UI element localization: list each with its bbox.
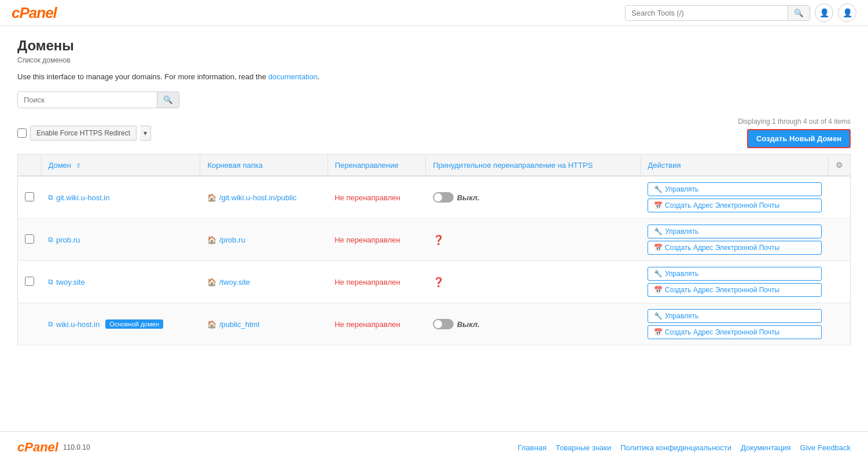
footer-link[interactable]: Товарные знаки	[556, 443, 611, 452]
email-icon: 📅	[654, 244, 663, 252]
footer: cPanel 110.0.10 ГлавнаяТоварные знакиПол…	[0, 431, 868, 463]
create-email-button-4[interactable]: 📅Создать Адрес Электронной Почты	[648, 325, 822, 339]
col-domain-label: Домен	[49, 161, 72, 170]
footer-link[interactable]: Главная	[518, 443, 546, 452]
info-text: Use this interface to manage your domain…	[17, 72, 851, 81]
redirect-status-3: Не перенаправлен	[334, 278, 400, 286]
create-email-button-1[interactable]: 📅Создать Адрес Электронной Почты	[648, 199, 822, 212]
domain-link-1[interactable]: ⧉git.wiki.u-host.in	[48, 193, 109, 202]
wrench-icon: 🔧	[654, 227, 663, 236]
cell-actions-2: 🔧Управлять📅Создать Адрес Электронной Поч…	[641, 219, 829, 261]
create-email-button-2[interactable]: 📅Создать Адрес Электронной Почты	[648, 241, 822, 255]
https-toggle-label-1: Выкл.	[457, 193, 480, 202]
cell-domain-4: ⧉wiki.u-host.inОсновной домен	[41, 303, 200, 346]
cell-domain-2: ⧉prob.ru	[41, 219, 200, 261]
manage-button-1[interactable]: 🔧Управлять	[648, 182, 822, 196]
domain-link-3[interactable]: ⧉twoy.site	[48, 278, 85, 286]
cell-redirect-3: Не перенаправлен	[328, 261, 426, 303]
manage-button-3[interactable]: 🔧Управлять	[648, 267, 822, 281]
table-header: Домен ⇧ Корневая папка Перенаправление П…	[18, 155, 851, 177]
root-link-3[interactable]: 🏠/twoy.site	[207, 278, 321, 286]
manage-button-2[interactable]: 🔧Управлять	[648, 225, 822, 238]
cell-redirect-4: Не перенаправлен	[328, 303, 426, 346]
row-checkbox-1	[18, 176, 42, 219]
cell-gear-3	[829, 261, 851, 303]
footer-link[interactable]: Документация	[741, 443, 791, 452]
https-redirect-button[interactable]: Enable Force HTTPS Redirect	[30, 126, 137, 141]
https-question-icon-3: ❓	[433, 277, 444, 287]
table-search-box: 🔍	[17, 91, 179, 108]
https-toggle-label-4: Выкл.	[457, 320, 480, 329]
cell-domain-3: ⧉twoy.site	[41, 261, 200, 303]
cell-https-1: Выкл.	[426, 176, 641, 219]
checkbox-row-1[interactable]	[25, 192, 34, 201]
footer-cpanel-logo: cPanel	[17, 440, 58, 455]
displaying-text: Displaying 1 through 4 out of 4 items	[738, 117, 851, 126]
manage-button-4[interactable]: 🔧Управлять	[648, 309, 822, 323]
https-question-icon-2: ❓	[433, 235, 444, 245]
root-link-4[interactable]: 🏠/public_html	[207, 320, 321, 329]
toolbar: Enable Force HTTPS Redirect ▾ Displaying…	[17, 117, 851, 148]
redirect-status-4: Не перенаправлен	[334, 320, 400, 329]
table-row: ⧉twoy.site🏠/twoy.siteНе перенаправлен❓🔧У…	[18, 261, 851, 303]
cell-https-2: ❓	[426, 219, 641, 261]
wrench-icon: 🔧	[654, 185, 663, 193]
cell-domain-1: ⧉git.wiki.u-host.in	[41, 176, 200, 219]
checkbox-row-3[interactable]	[25, 277, 34, 286]
toolbar-left: Enable Force HTTPS Redirect ▾	[17, 126, 151, 141]
redirect-status-1: Не перенаправлен	[334, 193, 400, 202]
domain-link-2[interactable]: ⧉prob.ru	[48, 236, 80, 244]
cell-https-4: Выкл.	[426, 303, 641, 346]
https-dropdown-button[interactable]: ▾	[140, 126, 151, 141]
wrench-icon: 🔧	[654, 270, 663, 278]
col-root-label: Корневая папка	[207, 161, 263, 170]
page-subtitle: Список доменов	[17, 56, 851, 64]
table-search-input[interactable]	[18, 92, 157, 108]
create-email-button-3[interactable]: 📅Создать Адрес Электронной Почты	[648, 283, 822, 297]
cell-root-2: 🏠/prob.ru	[200, 219, 328, 261]
root-link-2[interactable]: 🏠/prob.ru	[207, 236, 321, 244]
checkbox-row-2[interactable]	[25, 234, 34, 244]
gear-icon[interactable]: ⚙	[836, 160, 843, 170]
cell-actions-4: 🔧Управлять📅Создать Адрес Электронной Поч…	[641, 303, 829, 346]
table-body: ⧉git.wiki.u-host.in🏠/git.wiki.u-host.in/…	[18, 176, 851, 346]
footer-link[interactable]: Политика конфиденциальности	[620, 443, 731, 452]
sort-icon: ⇧	[76, 162, 81, 169]
https-toggle-1[interactable]	[433, 192, 454, 203]
page-title: Домены	[17, 38, 851, 54]
table-row: ⧉git.wiki.u-host.in🏠/git.wiki.u-host.in/…	[18, 176, 851, 219]
wrench-icon: 🔧	[654, 312, 663, 320]
toolbar-right: Displaying 1 through 4 out of 4 items Со…	[738, 117, 851, 148]
search-row: 🔍	[17, 91, 851, 108]
root-link-1[interactable]: 🏠/git.wiki.u-host.in/public	[207, 193, 321, 202]
cell-root-1: 🏠/git.wiki.u-host.in/public	[200, 176, 328, 219]
domain-link-4[interactable]: ⧉wiki.u-host.in	[48, 320, 100, 329]
col-actions: Действия	[641, 155, 829, 177]
header: cPanel 🔍 👤 👤	[0, 0, 868, 26]
documentation-link[interactable]: documentation	[269, 72, 318, 81]
cell-gear-1	[829, 176, 851, 219]
cell-root-4: 🏠/public_html	[200, 303, 328, 346]
account-icon-btn[interactable]: 👤	[838, 3, 856, 22]
col-redirect-label: Перенаправление	[335, 161, 399, 170]
footer-link[interactable]: Give Feedback	[800, 443, 851, 452]
col-redirect: Перенаправление	[328, 155, 426, 177]
create-domain-button[interactable]: Создать Новый Домен	[747, 129, 851, 148]
email-icon: 📅	[654, 201, 663, 210]
https-toggle-4[interactable]	[433, 319, 454, 329]
table-search-button[interactable]: 🔍	[157, 92, 179, 108]
select-all-checkbox[interactable]	[17, 128, 27, 138]
domains-table: Домен ⇧ Корневая папка Перенаправление П…	[17, 154, 851, 346]
cell-root-3: 🏠/twoy.site	[200, 261, 328, 303]
search-box: 🔍	[625, 5, 810, 21]
cell-redirect-1: Не перенаправлен	[328, 176, 426, 219]
col-https-label: Принудительное перенаправление на HTTPS	[433, 161, 593, 170]
user-icon-btn[interactable]: 👤	[815, 3, 833, 22]
cell-https-3: ❓	[426, 261, 641, 303]
table-row: ⧉wiki.u-host.inОсновной домен🏠/public_ht…	[18, 303, 851, 346]
col-checkbox	[18, 155, 42, 177]
search-button[interactable]: 🔍	[788, 6, 810, 20]
cell-actions-3: 🔧Управлять📅Создать Адрес Электронной Поч…	[641, 261, 829, 303]
search-input[interactable]	[626, 6, 788, 20]
col-https: Принудительное перенаправление на HTTPS	[426, 155, 641, 177]
